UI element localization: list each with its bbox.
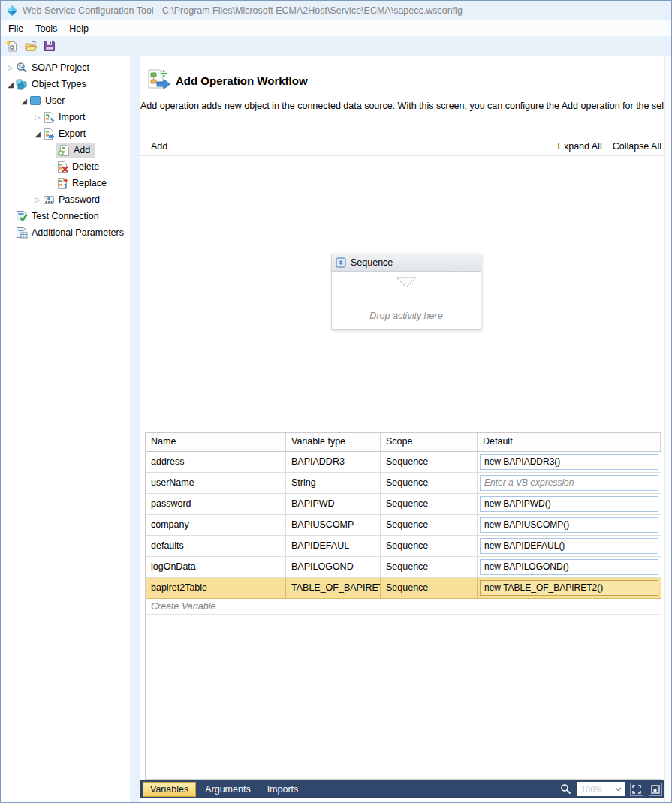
main-panel: Add Operation Workflow Add operation add… [140,56,666,802]
tree-item-soap-project[interactable]: ▷ SOAP Project [1,59,130,76]
breadcrumb[interactable]: Add [151,141,167,152]
save-icon[interactable] [42,38,57,53]
variable-row[interactable]: password BAPIPWD Sequence new BAPIPWD() [146,494,661,515]
expander-icon[interactable]: ▷ [5,64,16,71]
menu-help[interactable]: Help [63,22,95,35]
variable-name[interactable]: logOnData [146,557,286,577]
variable-type[interactable]: BAPIADDR3 [286,452,381,472]
variable-row[interactable]: logOnData BAPILOGOND Sequence new BAPILO… [146,557,661,578]
user-icon [29,95,41,107]
variable-row[interactable]: userName String Sequence Enter a VB expr… [146,473,661,494]
expander-icon[interactable]: ◢ [5,80,16,89]
column-header-variable-type[interactable]: Variable type [286,433,381,451]
soap-project-icon [16,62,28,74]
variable-scope[interactable]: Sequence [381,452,478,472]
tree-item-export[interactable]: ◢ Export [1,125,130,142]
expander-icon[interactable]: ◢ [32,130,43,138]
page-description: Add operation adds new object in the con… [140,101,666,111]
scrollbar-track [664,56,670,802]
variable-scope[interactable]: Sequence [381,536,478,556]
column-header-name[interactable]: Name [146,433,286,451]
variable-type[interactable]: BAPIDEFAUL [286,536,381,556]
variable-name[interactable]: company [146,515,286,535]
tree-item-add[interactable]: Add [1,142,130,158]
toolbar [1,36,671,56]
variable-default-input[interactable]: new BAPIADDR3() [480,454,658,470]
tree-item-test-connection[interactable]: Test Connection [1,208,130,224]
drop-indicator-icon [396,277,417,291]
variable-default-input[interactable]: new BAPIUSCOMP() [480,517,658,533]
variable-row[interactable]: defaults BAPIDEFAUL Sequence new BAPIDEF… [146,536,661,557]
app-window: Web Service Configuration Tool - C:\Prog… [0,0,672,803]
expander-icon[interactable]: ◢ [19,97,29,105]
variable-default-input[interactable]: new BAPILOGOND() [480,559,658,575]
variable-name[interactable]: address [146,452,286,472]
fit-to-screen-icon[interactable] [630,783,643,796]
tab-arguments[interactable]: Arguments [197,781,258,798]
zoom-select[interactable]: 100% [577,782,625,796]
chevron-down-icon [615,787,622,792]
variable-type[interactable]: String [286,473,381,493]
sequence-title: Sequence [351,257,393,268]
tab-variables[interactable]: Variables [143,782,196,797]
open-config-icon[interactable] [23,38,38,53]
variable-row[interactable]: company BAPIUSCOMP Sequence new BAPIUSCO… [146,515,661,536]
menu-file[interactable]: File [2,22,29,35]
collapse-all-link[interactable]: Collapse All [613,141,661,152]
menu-tools[interactable]: Tools [29,22,63,35]
expand-all-link[interactable]: Expand All [558,141,602,152]
tree-item-label: Test Connection [32,211,99,221]
tree-item-user[interactable]: ◢ User [1,92,130,109]
page-title: Add Operation Workflow [176,74,308,87]
add-operation-workflow-icon [146,69,170,93]
expander-icon[interactable]: ▷ [32,113,43,121]
tree-item-object-types[interactable]: ◢ Object Types [1,76,130,92]
navigation-tree: ▷ SOAP Project ◢ Object Types [1,56,130,802]
create-variable-row[interactable]: Create Variable [146,599,661,615]
column-header-default[interactable]: Default [478,433,661,451]
tree-item-password[interactable]: ▷ Password [1,191,130,208]
variable-scope[interactable]: Sequence [381,515,478,535]
overview-icon[interactable] [649,783,662,796]
variable-name[interactable]: bapiret2Table [146,578,286,598]
tree-item-replace[interactable]: Replace [1,175,130,191]
variable-type[interactable]: BAPILOGOND [286,557,381,577]
tree-item-label: Delete [72,161,99,172]
variable-name[interactable]: userName [146,473,286,493]
variable-name[interactable]: password [146,494,286,514]
tree-item-import[interactable]: ▷ Import [1,109,130,125]
sequence-header[interactable]: Sequence [332,254,481,272]
variable-type[interactable]: BAPIPWD [286,494,381,514]
variable-row-selected[interactable]: bapiret2Table TABLE_OF_BAPIRET2 Sequence… [146,578,661,599]
panel-splitter[interactable] [130,56,140,802]
drop-activity-hint[interactable]: Drop activity here [332,311,481,321]
variable-default-input[interactable]: Enter a VB expression [480,475,658,491]
column-header-scope[interactable]: Scope [381,433,478,451]
variable-default-input[interactable]: new TABLE_OF_BAPIRET2() [480,580,658,596]
tree-item-label: Export [59,128,86,139]
variable-row[interactable]: address BAPIADDR3 Sequence new BAPIADDR3… [146,452,661,473]
delete-icon [56,161,68,173]
variable-name[interactable]: defaults [146,536,286,556]
variable-default-input[interactable]: new BAPIDEFAUL() [480,538,658,554]
expander-icon[interactable]: ▷ [32,196,43,203]
variable-scope[interactable]: Sequence [381,557,478,577]
tree-item-delete[interactable]: Delete [1,158,130,175]
sequence-activity[interactable]: Sequence Drop activity here [331,254,481,330]
variable-scope[interactable]: Sequence [381,494,478,514]
tree-selection-highlight: Add [56,143,95,158]
variable-default-input[interactable]: new BAPIPWD() [480,496,658,512]
tree-item-additional-parameters[interactable]: Additional Parameters [1,224,130,241]
variable-type[interactable]: TABLE_OF_BAPIRET2 [286,578,381,598]
variable-scope[interactable]: Sequence [381,473,478,493]
test-connection-icon [16,210,28,222]
tree-item-label: SOAP Project [32,62,89,73]
variable-scope[interactable]: Sequence [381,578,478,598]
tab-imports[interactable]: Imports [260,781,306,798]
variable-type[interactable]: BAPIUSCOMP [286,515,381,535]
replace-icon [56,177,68,189]
zoom-value: 100% [581,785,602,794]
sequence-icon [336,257,346,268]
search-icon[interactable] [560,783,571,795]
new-config-icon[interactable] [5,38,20,53]
